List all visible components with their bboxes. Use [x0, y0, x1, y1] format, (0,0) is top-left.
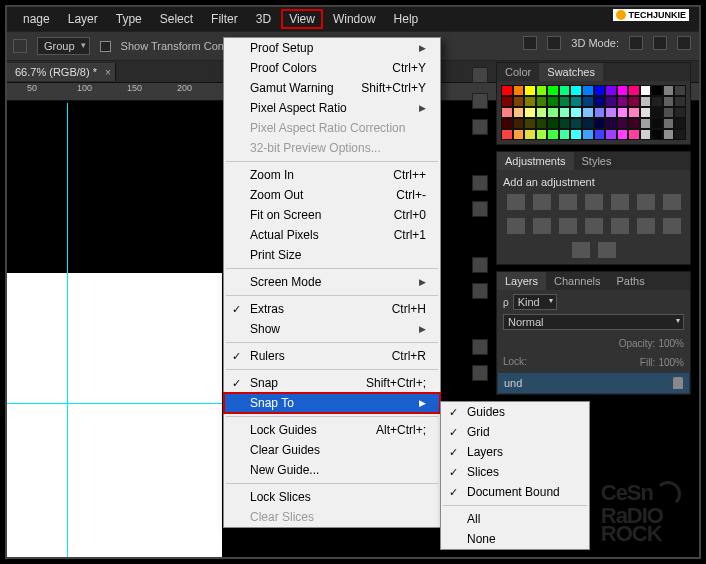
menu-item-actual-pixels[interactable]: Actual PixelsCtrl+1	[224, 225, 440, 245]
swatch[interactable]	[651, 85, 663, 96]
swatch[interactable]	[547, 107, 559, 118]
navigator-icon[interactable]	[472, 339, 488, 355]
menu-item-lock-slices[interactable]: Lock Slices	[224, 487, 440, 507]
swatch[interactable]	[524, 118, 536, 129]
swatch[interactable]	[524, 129, 536, 140]
swatch[interactable]	[582, 129, 594, 140]
document-tab[interactable]: 66.7% (RGB/8) * ×	[7, 63, 116, 81]
menu-nage[interactable]: nage	[15, 9, 58, 29]
swatch[interactable]	[570, 96, 582, 107]
adjustment-icon[interactable]	[559, 218, 577, 234]
tab-paths[interactable]: Paths	[609, 272, 653, 290]
swatch[interactable]	[617, 118, 629, 129]
tab-adjustments[interactable]: Adjustments	[497, 152, 574, 170]
swatch[interactable]	[559, 85, 571, 96]
swatch[interactable]	[536, 107, 548, 118]
swatch[interactable]	[501, 96, 513, 107]
swatch[interactable]	[628, 96, 640, 107]
swatch[interactable]	[674, 96, 686, 107]
swatch[interactable]	[594, 85, 606, 96]
menu-filter[interactable]: Filter	[203, 9, 246, 29]
menu-item-document-bound[interactable]: ✓Document Bound	[441, 482, 589, 502]
swatch[interactable]	[513, 118, 525, 129]
layer-kind-select[interactable]: Kind	[513, 294, 557, 310]
swatch[interactable]	[513, 107, 525, 118]
blend-mode-select[interactable]: Normal	[503, 314, 684, 330]
swatch[interactable]	[640, 118, 652, 129]
swatch[interactable]	[524, 96, 536, 107]
menu-item-print-size[interactable]: Print Size	[224, 245, 440, 265]
swatch[interactable]	[594, 107, 606, 118]
swatch[interactable]	[513, 85, 525, 96]
align-icon[interactable]	[523, 36, 537, 50]
guide-horizontal[interactable]	[7, 403, 222, 404]
fill-value[interactable]: 100%	[658, 357, 684, 368]
swatch[interactable]	[674, 129, 686, 140]
swatch[interactable]	[605, 96, 617, 107]
menu-item-fit-on-screen[interactable]: Fit on ScreenCtrl+0	[224, 205, 440, 225]
adjustment-icon[interactable]	[559, 194, 577, 210]
menu-item-gamut-warning[interactable]: Gamut WarningShift+Ctrl+Y	[224, 78, 440, 98]
menu-type[interactable]: Type	[108, 9, 150, 29]
swatch[interactable]	[501, 107, 513, 118]
adjustment-icon[interactable]	[663, 218, 681, 234]
menu-item-proof-setup[interactable]: Proof Setup▶	[224, 38, 440, 58]
swatch[interactable]	[582, 118, 594, 129]
swatch[interactable]	[547, 96, 559, 107]
swatch[interactable]	[628, 85, 640, 96]
swatch[interactable]	[570, 118, 582, 129]
swatch[interactable]	[559, 118, 571, 129]
adjustment-icon[interactable]	[585, 194, 603, 210]
swatch[interactable]	[651, 118, 663, 129]
adjustment-icon[interactable]	[533, 194, 551, 210]
3d-icon-1[interactable]	[629, 36, 643, 50]
menu-item-new-guide-[interactable]: New Guide...	[224, 460, 440, 480]
swatch[interactable]	[594, 118, 606, 129]
adjustment-icon[interactable]	[611, 218, 629, 234]
show-transform-checkbox[interactable]	[100, 41, 111, 52]
swatch[interactable]	[651, 107, 663, 118]
swatch[interactable]	[663, 107, 675, 118]
menu-select[interactable]: Select	[152, 9, 201, 29]
menu-view[interactable]: View	[281, 9, 323, 29]
swatch[interactable]	[536, 118, 548, 129]
menu-item-layers[interactable]: ✓Layers	[441, 442, 589, 462]
swatch[interactable]	[594, 96, 606, 107]
character-icon[interactable]	[472, 257, 488, 273]
swatch[interactable]	[501, 129, 513, 140]
adjustment-icon[interactable]	[533, 218, 551, 234]
adjustment-icon[interactable]	[585, 218, 603, 234]
swatch[interactable]	[605, 129, 617, 140]
menu-item-snap[interactable]: ✓SnapShift+Ctrl+;	[224, 373, 440, 393]
swatch[interactable]	[559, 129, 571, 140]
swatch[interactable]	[559, 96, 571, 107]
adjustment-icon[interactable]	[572, 242, 590, 258]
swatch[interactable]	[628, 129, 640, 140]
swatch[interactable]	[582, 96, 594, 107]
swatch[interactable]	[501, 118, 513, 129]
swatch[interactable]	[559, 107, 571, 118]
swatch[interactable]	[536, 85, 548, 96]
swatch[interactable]	[547, 129, 559, 140]
swatch[interactable]	[513, 129, 525, 140]
close-icon[interactable]: ×	[105, 67, 111, 78]
menu-item-lock-guides[interactable]: Lock GuidesAlt+Ctrl+;	[224, 420, 440, 440]
swatch[interactable]	[605, 118, 617, 129]
adjustment-icon[interactable]	[507, 218, 525, 234]
menu-item-zoom-out[interactable]: Zoom OutCtrl+-	[224, 185, 440, 205]
menu-item-grid[interactable]: ✓Grid	[441, 422, 589, 442]
swatch[interactable]	[524, 107, 536, 118]
swatch[interactable]	[570, 85, 582, 96]
tab-channels[interactable]: Channels	[546, 272, 608, 290]
menu-layer[interactable]: Layer	[60, 9, 106, 29]
opacity-value[interactable]: 100%	[658, 338, 684, 349]
swatch[interactable]	[570, 129, 582, 140]
swatch[interactable]	[594, 129, 606, 140]
history-icon[interactable]	[472, 67, 488, 83]
clone-icon[interactable]	[472, 201, 488, 217]
adjustment-icon[interactable]	[598, 242, 616, 258]
menu-item-all[interactable]: All	[441, 509, 589, 529]
swatch[interactable]	[640, 96, 652, 107]
menu-item-zoom-in[interactable]: Zoom InCtrl++	[224, 165, 440, 185]
swatch[interactable]	[640, 107, 652, 118]
